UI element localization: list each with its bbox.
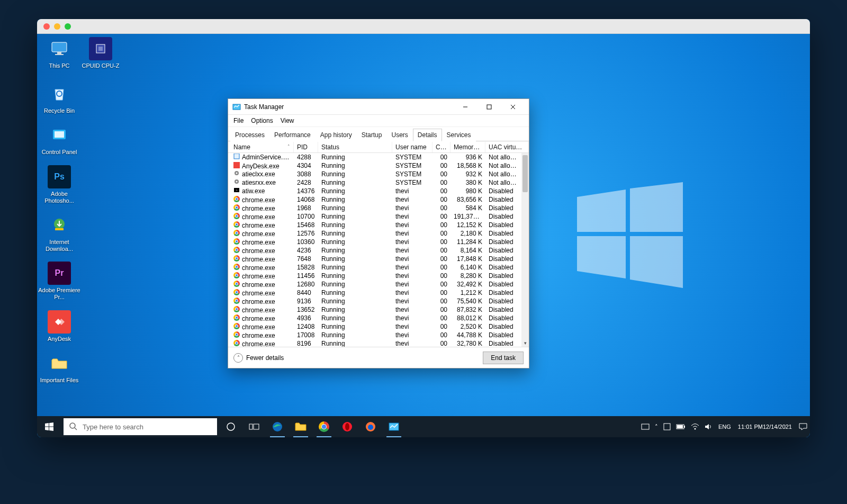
desktop-icon-photoshop[interactable]: Ps Adobe Photosho... [38, 165, 80, 204]
tray-clock[interactable]: 11:01 PM 12/14/2021 [734, 416, 796, 437]
tab-processes[interactable]: Processes [230, 129, 269, 141]
tray-action-center[interactable] [796, 416, 810, 437]
tab-startup[interactable]: Startup [357, 129, 387, 141]
process-name: atiw.exe [242, 187, 265, 195]
task-manager-icon [232, 103, 241, 111]
tab-app-history[interactable]: App history [316, 129, 357, 141]
desktop-icon-cpuz[interactable]: CPUID CPU-Z [79, 37, 122, 69]
process-row[interactable]: chrome.exe15468Runningthevi0012,152 KDis… [228, 221, 521, 229]
tab-services[interactable]: Services [442, 129, 476, 141]
process-row[interactable]: chrome.exe7648Runningthevi0017,848 KDisa… [228, 255, 521, 263]
column-header-status[interactable]: Status [318, 142, 392, 152]
cell-pid: 7648 [294, 255, 318, 263]
process-row[interactable]: chrome.exe17008Runningthevi0044,788 KDis… [228, 331, 521, 339]
column-header-memory[interactable]: Memory (ac... [450, 142, 485, 152]
process-row[interactable]: chrome.exe4236Runningthevi008,164 KDisab… [228, 246, 521, 255]
taskbar-firefox[interactable] [359, 416, 382, 437]
windows-desktop[interactable]: This PC Recycle Bin Control Panel Ps Ado… [37, 34, 810, 437]
process-row[interactable]: chrome.exe15828Runningthevi006,140 KDisa… [228, 263, 521, 272]
process-row[interactable]: chrome.exe12408Runningthevi002,520 KDisa… [228, 322, 521, 331]
maximize-button[interactable] [477, 100, 501, 114]
desktop-icon-recycle-bin[interactable]: Recycle Bin [38, 82, 80, 114]
task-manager-window: Task Manager File Options View Processes… [228, 98, 529, 368]
process-row[interactable]: chrome.exe10700Runningthevi00191,376 KDi… [228, 212, 521, 221]
tray-language[interactable]: ENG [716, 416, 734, 437]
column-header-cpu[interactable]: CPU [432, 142, 450, 152]
desktop-icon-idm[interactable]: Internet Downloa... [38, 213, 80, 252]
cell-user: SYSTEM [392, 154, 432, 161]
tab-performance[interactable]: Performance [269, 129, 316, 141]
process-row[interactable]: chrome.exe12576Runningthevi002,180 KDisa… [228, 229, 521, 238]
svg-point-39 [368, 425, 373, 430]
desktop-icon-important-files[interactable]: Important Files [38, 352, 80, 384]
cell-uac: Disabled [485, 331, 521, 339]
host-maximize-button[interactable] [65, 23, 71, 30]
column-header-pid[interactable]: PID [294, 142, 318, 152]
task-manager-title: Task Manager [244, 103, 284, 111]
cell-cpu: 00 [432, 196, 450, 203]
cell-status: Running [318, 281, 392, 288]
scrollbar-thumb[interactable] [522, 155, 528, 192]
taskbar-task-manager[interactable] [382, 416, 406, 437]
process-row[interactable]: chrome.exe12680Runningthevi0032,492 KDis… [228, 280, 521, 289]
process-row[interactable]: chrome.exe8196Runningthevi0032,780 KDisa… [228, 339, 521, 347]
process-row[interactable]: AdminService.exe4288RunningSYSTEM00936 K… [228, 153, 521, 161]
process-row[interactable]: chrome.exe9136Runningthevi0075,540 KDisa… [228, 297, 521, 305]
tray-show-hidden-icons[interactable]: ˄ [652, 416, 661, 437]
process-row[interactable]: atieclxx.exe3088RunningSYSTEM00932 KNot … [228, 170, 521, 178]
desktop-icon-label: Recycle Bin [38, 107, 80, 114]
start-button[interactable] [37, 416, 61, 437]
taskbar-edge[interactable] [266, 416, 289, 437]
tab-details[interactable]: Details [413, 129, 442, 141]
process-row[interactable]: atiesrxx.exe2428RunningSYSTEM00380 KNot … [228, 178, 521, 187]
chrome-icon [233, 298, 240, 304]
desktop-icon-control-panel[interactable]: Control Panel [38, 123, 80, 156]
fewer-details-toggle[interactable]: ˄ Fewer details [233, 353, 284, 363]
end-task-button[interactable]: End task [483, 352, 524, 364]
svg-point-23 [236, 181, 238, 183]
host-close-button[interactable] [43, 23, 50, 30]
close-button[interactable] [501, 100, 525, 114]
process-row[interactable]: chrome.exe10360Runningthevi0011,284 KDis… [228, 238, 521, 246]
column-header-user[interactable]: User name [392, 142, 432, 152]
menu-view[interactable]: View [281, 117, 294, 124]
cell-memory: 8,164 K [450, 247, 485, 254]
tray-battery-icon[interactable] [673, 416, 688, 437]
desktop-icon-label: Important Files [38, 377, 80, 384]
process-row[interactable]: chrome.exe14068Runningthevi0083,656 KDis… [228, 195, 521, 204]
taskbar-file-explorer[interactable] [289, 416, 312, 437]
menu-options[interactable]: Options [251, 117, 273, 124]
process-row[interactable]: chrome.exe13652Runningthevi0087,832 KDis… [228, 305, 521, 314]
process-row[interactable]: chrome.exe8440Runningthevi001,212 KDisab… [228, 289, 521, 297]
column-header-name[interactable]: Name˄ [230, 142, 294, 152]
cell-name: chrome.exe [230, 289, 294, 297]
tray-volume-icon[interactable] [702, 416, 716, 437]
desktop-icon-premiere[interactable]: Pr Adobe Premiere Pr... [38, 262, 80, 300]
taskbar-taskview[interactable] [242, 416, 266, 437]
vertical-scrollbar[interactable]: ▾ [521, 153, 529, 347]
host-minimize-button[interactable] [54, 23, 60, 30]
taskbar-opera[interactable] [336, 416, 359, 437]
tray-app-icon[interactable] [661, 416, 673, 437]
process-row[interactable]: AnyDesk.exe4304RunningSYSTEM0018,568 KNo… [228, 161, 521, 170]
taskbar-cortana[interactable] [219, 416, 242, 437]
tray-touchpad-icon[interactable] [638, 416, 652, 437]
tray-wifi-icon[interactable] [688, 416, 702, 437]
process-row[interactable]: chrome.exe4936Runningthevi0088,012 KDisa… [228, 314, 521, 322]
taskbar-search-box[interactable]: Type here to search [64, 418, 217, 435]
process-row[interactable]: chrome.exe11456Runningthevi008,280 KDisa… [228, 272, 521, 280]
task-manager-titlebar[interactable]: Task Manager [228, 99, 529, 115]
process-name: chrome.exe [242, 256, 275, 263]
cell-user: thevi [392, 340, 432, 347]
menu-file[interactable]: File [233, 117, 244, 124]
minimize-button[interactable] [453, 100, 477, 114]
taskbar-chrome[interactable] [312, 416, 336, 437]
cell-status: Running [318, 196, 392, 203]
tab-users[interactable]: Users [386, 129, 412, 141]
process-row[interactable]: ＞atiw.exe14376Runningthevi00980 KDisable… [228, 187, 521, 195]
desktop-icon-this-pc[interactable]: This PC [38, 37, 80, 69]
process-row[interactable]: chrome.exe1968Runningthevi00584 KDisable… [228, 204, 521, 212]
scrollbar-down-arrow-icon[interactable]: ▾ [521, 339, 529, 347]
column-header-uac[interactable]: UAC virtualizati... [485, 142, 529, 152]
desktop-icon-anydesk[interactable]: AnyDesk [38, 310, 80, 343]
